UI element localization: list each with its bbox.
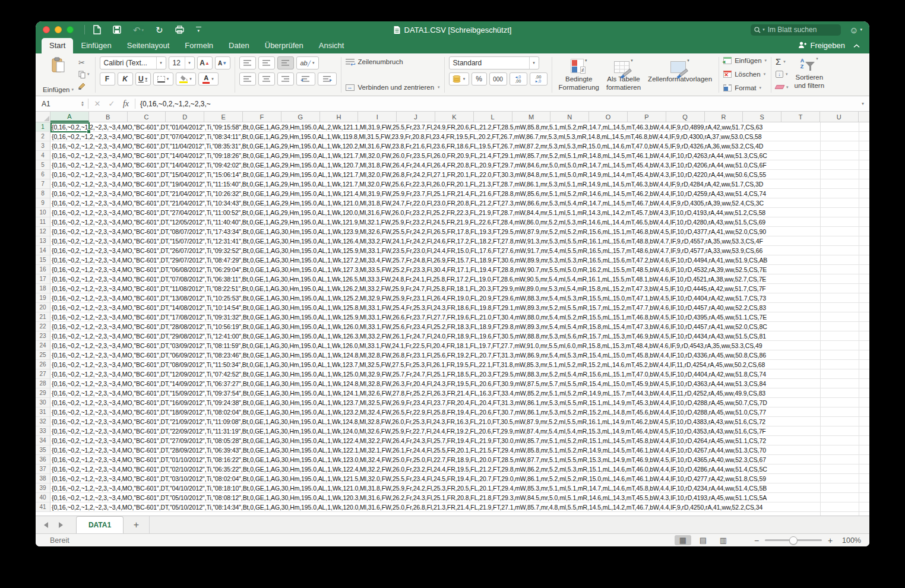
row-28-cells[interactable]: {0,16,~0,2,~1,2,~2,3,~3,4,MO,"BC-601",DT…	[50, 379, 869, 388]
cut-button[interactable]: ✂	[78, 58, 90, 67]
expand-formula-bar-icon[interactable]: ▾	[856, 96, 869, 111]
row-header-36[interactable]: 36	[36, 455, 50, 464]
copy-button[interactable]: ▾	[78, 69, 90, 79]
decrease-indent-button[interactable]: ◂	[296, 72, 315, 86]
row-3-cells[interactable]: {0,16,~0,2,~1,2,~2,3,~3,4,MO,"BC-601",DT…	[50, 141, 869, 151]
tab-daten[interactable]: Daten	[221, 38, 257, 53]
row-9-cells[interactable]: {0,16,~0,2,~1,2,~2,3,~3,4,MO,"BC-601",DT…	[50, 198, 869, 208]
share-button[interactable]: Freigeben	[798, 41, 845, 50]
row-33-cells[interactable]: {0,16,~0,2,~1,2,~2,3,~3,4,MO,"BC-601",DT…	[50, 426, 869, 436]
column-header-c[interactable]: C	[128, 112, 166, 122]
row-header-13[interactable]: 13	[36, 236, 50, 246]
format-painter-button[interactable]	[78, 81, 90, 91]
font-name-combo[interactable]: Calibri (Text...▾	[100, 56, 166, 69]
row-header-38[interactable]: 38	[36, 474, 50, 483]
insert-function-icon[interactable]: fx	[119, 99, 132, 109]
column-header-i[interactable]: I	[358, 112, 397, 122]
merge-center-button[interactable]: ↔ Verbinden und zentrieren ▾	[346, 84, 440, 91]
borders-button[interactable]: ▾	[153, 72, 173, 86]
increase-font-size-button[interactable]: A▲	[197, 56, 213, 69]
row-32-cells[interactable]: {0,16,~0,2,~1,2,~2,3,~3,4,MO,"BC-601",DT…	[50, 417, 869, 426]
row-header-35[interactable]: 35	[36, 445, 50, 455]
row-header-16[interactable]: 16	[36, 265, 50, 274]
align-center-button[interactable]	[258, 72, 275, 86]
row-header-15[interactable]: 15	[36, 255, 50, 265]
new-document-icon[interactable]	[93, 25, 101, 34]
row-header-26[interactable]: 26	[36, 360, 50, 369]
row-header-17[interactable]: 17	[36, 274, 50, 284]
row-21-cells[interactable]: {0,16,~0,2,~1,2,~2,3,~3,4,MO,"BC-601",DT…	[50, 312, 869, 322]
tab-ansicht[interactable]: Ansicht	[311, 38, 352, 53]
zoom-level-label[interactable]: 100%	[838, 536, 861, 545]
next-sheet-icon[interactable]	[59, 522, 63, 528]
row-header-5[interactable]: 5	[36, 160, 50, 170]
row-34-cells[interactable]: {0,16,~0,2,~1,2,~2,3,~3,4,MO,"BC-601",DT…	[50, 436, 869, 445]
italic-button[interactable]: K	[118, 72, 133, 86]
column-header-e[interactable]: E	[204, 112, 243, 122]
row-10-cells[interactable]: {0,16,~0,2,~1,2,~2,3,~3,4,MO,"BC-601",DT…	[50, 208, 869, 217]
undo-icon[interactable]: ↶▾	[133, 26, 144, 34]
tab-überprüfen[interactable]: Überprüfen	[257, 38, 311, 53]
confirm-entry-icon[interactable]: ✓	[105, 99, 118, 108]
redo-icon[interactable]: ↻	[156, 26, 163, 34]
row-header-32[interactable]: 32	[36, 417, 50, 426]
search-input[interactable]	[768, 26, 837, 34]
tab-einfügen[interactable]: Einfügen	[73, 38, 119, 53]
row-header-27[interactable]: 27	[36, 369, 50, 379]
row-29-cells[interactable]: {0,16,~0,2,~1,2,~2,3,~3,4,MO,"BC-601",DT…	[50, 388, 869, 398]
increase-decimal-button[interactable]: ◂,0,00	[510, 72, 527, 86]
row-header-11[interactable]: 11	[36, 217, 50, 227]
save-icon[interactable]	[113, 26, 121, 34]
add-sheet-button[interactable]: +	[124, 516, 150, 533]
row-header-18[interactable]: 18	[36, 284, 50, 293]
sort-filter-button[interactable]: AZ ▾ Sortieren und filtern	[795, 56, 825, 93]
row-header-20[interactable]: 20	[36, 303, 50, 312]
column-header-u[interactable]: U	[820, 112, 859, 122]
row-19-cells[interactable]: {0,16,~0,2,~1,2,~2,3,~3,4,MO,"BC-601",DT…	[50, 293, 869, 303]
row-header-34[interactable]: 34	[36, 436, 50, 445]
column-header-j[interactable]: J	[397, 112, 435, 122]
font-color-button[interactable]: A ▾	[198, 72, 219, 86]
row-27-cells[interactable]: {0,16,~0,2,~1,2,~2,3,~3,4,MO,"BC-601",DT…	[50, 369, 869, 379]
column-header-h[interactable]: H	[320, 112, 359, 122]
zoom-slider-thumb[interactable]	[789, 536, 798, 545]
row-header-25[interactable]: 25	[36, 350, 50, 360]
row-38-cells[interactable]: {0,16,~0,2,~1,2,~2,3,~3,4,MO,"BC-601",DT…	[50, 474, 869, 483]
row-header-40[interactable]: 40	[36, 493, 50, 502]
underline-button[interactable]: U▾	[135, 72, 151, 86]
row-20-cells[interactable]: {0,16,~0,2,~1,2,~2,3,~3,4,MO,"BC-601",DT…	[50, 303, 869, 312]
paste-button[interactable]: Einfügen▾	[42, 56, 75, 93]
normal-view-button[interactable]: ▦	[675, 535, 691, 545]
name-box-stepper-icon[interactable]: ▲▼	[81, 101, 88, 107]
row-header-37[interactable]: 37	[36, 464, 50, 474]
row-17-cells[interactable]: {0,16,~0,2,~1,2,~2,3,~3,4,MO,"BC-601",DT…	[50, 274, 869, 284]
row-12-cells[interactable]: {0,16,~0,2,~1,2,~2,3,~3,4,MO,"BC-601",DT…	[50, 227, 869, 236]
row-15-cells[interactable]: {0,16,~0,2,~1,2,~2,3,~3,4,MO,"BC-601",DT…	[50, 255, 869, 265]
align-right-button[interactable]	[277, 72, 294, 86]
row-41-cells[interactable]: {0,16,~0,2,~1,2,~2,3,~3,4,MO,"BC-601",DT…	[50, 502, 869, 512]
print-icon[interactable]	[175, 26, 184, 34]
delete-cells-button[interactable]: Löschen▾	[723, 71, 767, 78]
sheet-search-field[interactable]: ▾	[751, 24, 841, 36]
page-break-view-button[interactable]: ▥	[715, 535, 732, 545]
collapse-ribbon-chevron-icon[interactable]	[853, 40, 860, 50]
column-header-a[interactable]: A	[50, 112, 89, 122]
row-35-cells[interactable]: {0,16,~0,2,~1,2,~2,3,~3,4,MO,"BC-601",DT…	[50, 445, 869, 455]
close-window-button[interactable]	[43, 26, 50, 33]
conditional-formatting-button[interactable]: ≠▾ Bedingte Formatierung	[556, 56, 602, 93]
row-6-cells[interactable]: {0,16,~0,2,~1,2,~2,3,~3,4,MO,"BC-601",DT…	[50, 170, 869, 179]
row-header-22[interactable]: 22	[36, 322, 50, 331]
column-header-m[interactable]: M	[512, 112, 551, 122]
cell-styles-button[interactable]: ▾ Zellenformatvorlagen	[645, 56, 714, 93]
align-bottom-button[interactable]	[277, 56, 294, 69]
row-24-cells[interactable]: {0,16,~0,2,~1,2,~2,3,~3,4,MO,"BC-601",DT…	[50, 341, 869, 350]
row-5-cells[interactable]: {0,16,~0,2,~1,2,~2,3,~3,4,MO,"BC-601",DT…	[50, 160, 869, 170]
row-39-cells[interactable]: {0,16,~0,2,~1,2,~2,3,~3,4,MO,"BC-601",DT…	[50, 483, 869, 493]
row-31-cells[interactable]: {0,16,~0,2,~1,2,~2,3,~3,4,MO,"BC-601",DT…	[50, 407, 869, 417]
select-all-corner[interactable]	[36, 112, 50, 122]
row-header-4[interactable]: 4	[36, 151, 50, 160]
sheet-tab-data1[interactable]: DATA1	[76, 516, 124, 533]
row-header-30[interactable]: 30	[36, 398, 50, 407]
zoom-in-button[interactable]: +	[827, 536, 834, 545]
column-header-n[interactable]: N	[550, 112, 589, 122]
